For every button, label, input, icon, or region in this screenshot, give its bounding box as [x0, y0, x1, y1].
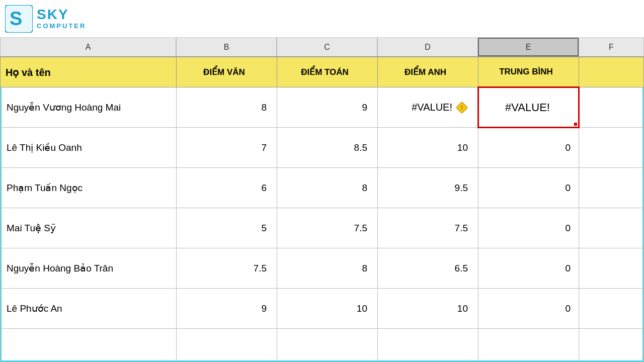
cell-tb-2[interactable]: 0 — [478, 128, 579, 168]
table-row: Phạm Tuấn Ngọc 6 8 9.5 0 — [1, 168, 644, 208]
col-header-f[interactable]: F — [579, 38, 644, 56]
cell-tb-1-value: #VALUE! — [505, 101, 550, 114]
cell-van-6[interactable]: 9 — [177, 289, 277, 329]
cell-toan-1[interactable]: 9 — [277, 87, 378, 128]
cell-anh-6[interactable]: 10 — [378, 289, 478, 329]
cell-anh-1[interactable]: #VALUE! ! — [378, 87, 478, 128]
value-error-d1: #VALUE! — [412, 102, 452, 113]
top-bar: S SKY COMPUTER — [0, 0, 644, 38]
cell-toan-6[interactable]: 10 — [277, 289, 378, 329]
cell-name-5[interactable]: Nguyễn Hoàng Bảo Trân — [1, 248, 177, 289]
data-table: Họ và tên ĐIỂM VĂN ĐIỂM TOÁN ĐIỂM ANH TR… — [0, 57, 644, 362]
header-empty — [579, 57, 644, 87]
col-header-d[interactable]: D — [377, 38, 478, 56]
cell-van-2[interactable]: 7 — [177, 128, 277, 168]
cell-tb-4[interactable]: 0 — [478, 208, 579, 248]
logo-computer: COMPUTER — [37, 23, 86, 30]
header-trungbinh[interactable]: TRUNG BÌNH — [478, 57, 579, 87]
col-header-b[interactable]: B — [176, 38, 277, 56]
cell-anh-4[interactable]: 7.5 — [378, 208, 478, 248]
cell-anh-3[interactable]: 9.5 — [378, 168, 478, 208]
svg-text:!: ! — [461, 105, 463, 111]
table-row-empty-1 — [1, 329, 644, 363]
warning-icon: ! — [456, 102, 467, 113]
cell-tb-6[interactable]: 0 — [478, 289, 579, 329]
cell-f-6 — [579, 289, 644, 329]
cell-anh-5[interactable]: 6.5 — [378, 248, 478, 289]
header-anh[interactable]: ĐIỂM ANH — [378, 57, 478, 87]
column-headers: A B C D E F — [0, 38, 644, 57]
svg-text:S: S — [10, 8, 22, 29]
resize-handle[interactable] — [574, 123, 577, 126]
cell-anh-2[interactable]: 10 — [378, 128, 478, 168]
cell-toan-2[interactable]: 8.5 — [277, 128, 378, 168]
cell-van-3[interactable]: 6 — [177, 168, 277, 208]
cell-f-1 — [579, 87, 644, 128]
cell-tb-3[interactable]: 0 — [478, 168, 579, 208]
cell-name-4[interactable]: Mai Tuệ Sỹ — [1, 208, 177, 248]
table-row: Mai Tuệ Sỹ 5 7.5 7.5 0 — [1, 208, 644, 248]
cell-name-3[interactable]: Phạm Tuấn Ngọc — [1, 168, 177, 208]
cell-name-2[interactable]: Lê Thị Kiều Oanh — [1, 128, 177, 168]
cell-name-6[interactable]: Lê Phước An — [1, 289, 177, 329]
cell-tb-1[interactable]: #VALUE! — [478, 87, 579, 128]
logo-sky: SKY — [37, 7, 86, 23]
table-row: Nguyễn Vương Hoàng Mai 8 9 #VALUE! ! #VA… — [1, 87, 644, 128]
cell-van-5[interactable]: 7.5 — [177, 248, 277, 289]
col-header-a[interactable]: A — [0, 38, 176, 56]
cell-name-1[interactable]: Nguyễn Vương Hoàng Mai — [1, 87, 177, 128]
cell-toan-5[interactable]: 8 — [277, 248, 378, 289]
sky-logo-icon: S — [5, 5, 33, 33]
col-header-c[interactable]: C — [277, 38, 377, 56]
cell-van-1[interactable]: 8 — [177, 87, 277, 128]
table-row: Lê Thị Kiều Oanh 7 8.5 10 0 — [1, 128, 644, 168]
cell-tb-5[interactable]: 0 — [478, 248, 579, 289]
spreadsheet: A B C D E F Họ và tên ĐIỂM VĂN ĐIỂM TOÁN… — [0, 38, 644, 362]
table-row: Lê Phước An 9 10 10 0 — [1, 289, 644, 329]
header-van[interactable]: ĐIỂM VĂN — [177, 57, 277, 87]
table-row: Nguyễn Hoàng Bảo Trân 7.5 8 6.5 0 — [1, 248, 644, 289]
cell-toan-4[interactable]: 7.5 — [277, 208, 378, 248]
cell-f-3 — [579, 168, 644, 208]
header-toan[interactable]: ĐIỂM TOÁN — [277, 57, 378, 87]
cell-van-4[interactable]: 5 — [177, 208, 277, 248]
cell-f-5 — [579, 248, 644, 289]
table-header-row: Họ và tên ĐIỂM VĂN ĐIỂM TOÁN ĐIỂM ANH TR… — [1, 57, 644, 87]
cell-f-2 — [579, 128, 644, 168]
logo-text: SKY COMPUTER — [37, 7, 86, 30]
cell-toan-3[interactable]: 8 — [277, 168, 378, 208]
cell-f-4 — [579, 208, 644, 248]
logo: S SKY COMPUTER — [5, 5, 86, 33]
col-header-e[interactable]: E — [478, 38, 579, 56]
header-name[interactable]: Họ và tên — [1, 57, 177, 87]
